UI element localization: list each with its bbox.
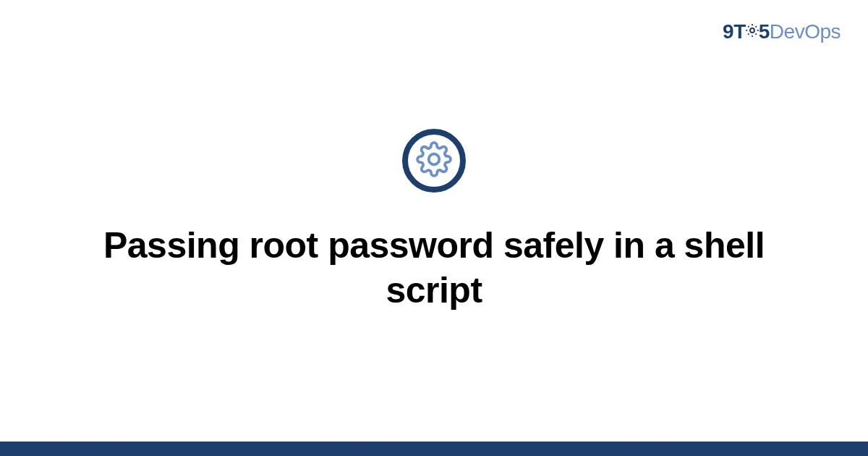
main-content: Passing root password safely in a shell … [0,0,868,442]
gear-icon [416,141,452,180]
gear-icon-badge [402,129,466,193]
footer-bar [0,442,868,456]
page-title: Passing root password safely in a shell … [80,223,788,313]
